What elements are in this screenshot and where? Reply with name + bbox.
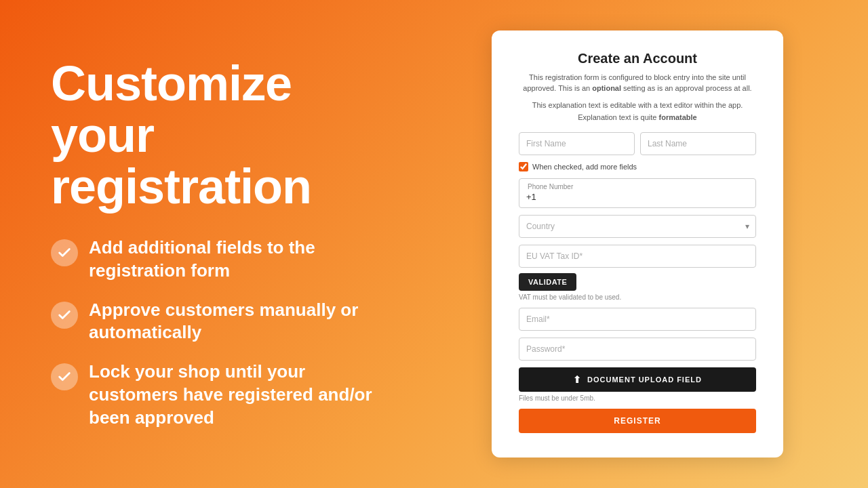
vat-input[interactable] — [519, 245, 756, 268]
form-card: Create an Account This registration form… — [492, 30, 783, 458]
editable-note: This explanation text is editable with a… — [519, 100, 756, 111]
check-badge-2 — [51, 302, 78, 329]
phone-field-wrapper: Phone Number +1 — [519, 178, 756, 208]
phone-label: Phone Number — [526, 183, 749, 190]
feature-text-1: Add additional fields to the registratio… — [89, 237, 380, 283]
name-row — [519, 132, 756, 155]
check-badge-3 — [51, 363, 78, 390]
feature-text-2: Approve customers manually or automatica… — [89, 299, 380, 345]
upload-button[interactable]: ⬆ DOCUMENT UPLOAD FIELD — [519, 367, 756, 392]
form-title: Create an Account — [519, 51, 756, 66]
checkbox-label[interactable]: When checked, add more fields — [532, 163, 637, 171]
phone-input-box[interactable]: Phone Number +1 — [519, 178, 756, 208]
feature-item-1: Add additional fields to the registratio… — [51, 237, 380, 283]
features-list: Add additional fields to the registratio… — [51, 237, 380, 430]
password-input[interactable] — [519, 338, 756, 361]
file-size-note: Files must be under 5mb. — [519, 394, 756, 402]
vat-row: VALIDATE VAT must be validated to be use… — [519, 245, 756, 301]
checkbox-row: When checked, add more fields — [519, 162, 756, 171]
last-name-input[interactable] — [640, 132, 756, 155]
upload-icon: ⬆ — [573, 374, 582, 385]
more-fields-checkbox[interactable] — [519, 162, 528, 171]
first-name-input[interactable] — [519, 132, 635, 155]
checkmark-icon-2 — [57, 308, 72, 323]
country-select[interactable]: Country — [519, 215, 756, 238]
phone-value: +1 — [526, 192, 749, 202]
right-panel: Create an Account This registration form… — [420, 17, 868, 472]
checkmark-icon-3 — [57, 369, 72, 384]
feature-item-2: Approve customers manually or automatica… — [51, 299, 380, 345]
register-button[interactable]: REGISTER — [519, 409, 756, 433]
feature-text-3: Lock your shop until your customers have… — [89, 361, 380, 429]
formattable-note: Explanation text is quite formatable — [519, 113, 756, 121]
checkmark-icon-1 — [57, 245, 72, 260]
validate-button[interactable]: VALIDATE — [519, 273, 576, 291]
form-description: This registration form is configured to … — [519, 72, 756, 94]
feature-item-3: Lock your shop until your customers have… — [51, 361, 380, 429]
vat-note: VAT must be validated to be used. — [519, 293, 756, 301]
check-badge-1 — [51, 239, 78, 266]
headline: Customize your registration — [51, 58, 380, 212]
country-select-wrapper: Country ▾ — [519, 215, 756, 238]
email-input[interactable] — [519, 308, 756, 331]
left-panel: Customize your registration Add addition… — [0, 18, 420, 470]
